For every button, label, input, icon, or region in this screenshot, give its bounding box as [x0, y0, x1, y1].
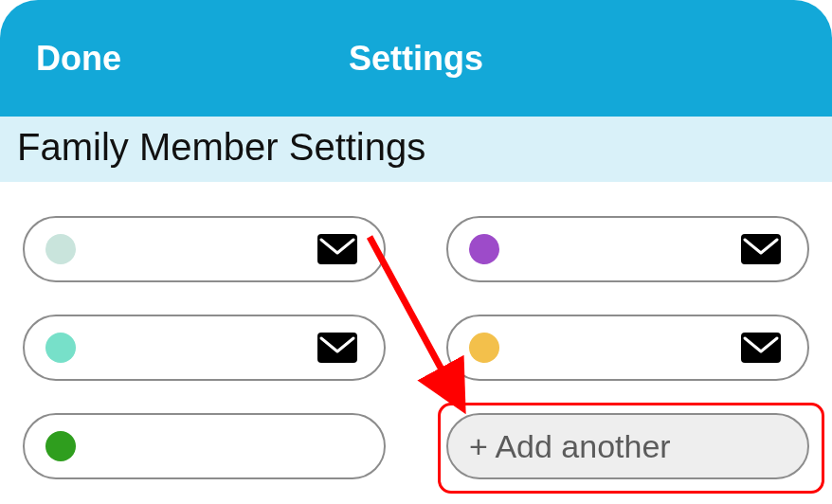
member-item[interactable] — [23, 413, 386, 479]
member-color-dot — [45, 333, 76, 363]
envelope-icon — [741, 234, 781, 264]
member-item[interactable] — [446, 216, 809, 282]
envelope-icon — [317, 333, 357, 363]
done-button[interactable]: Done — [36, 39, 121, 79]
member-item[interactable] — [446, 315, 809, 381]
envelope-icon — [741, 333, 781, 363]
members-grid: + Add another — [0, 182, 832, 479]
add-another-label: + Add another — [469, 428, 671, 465]
add-another-button[interactable]: + Add another — [446, 413, 809, 479]
member-color-dot — [45, 234, 76, 264]
member-color-dot — [469, 234, 499, 264]
member-color-dot — [45, 431, 76, 461]
member-item[interactable] — [23, 216, 386, 282]
header-title: Settings — [349, 39, 483, 79]
section-title: Family Member Settings — [17, 126, 815, 169]
header-bar: Done Settings — [0, 0, 832, 117]
app-screen: Done Settings Family Member Settings — [0, 0, 832, 504]
member-color-dot — [469, 333, 499, 363]
envelope-icon — [317, 234, 357, 264]
section-header: Family Member Settings — [0, 117, 832, 182]
member-item[interactable] — [23, 315, 386, 381]
